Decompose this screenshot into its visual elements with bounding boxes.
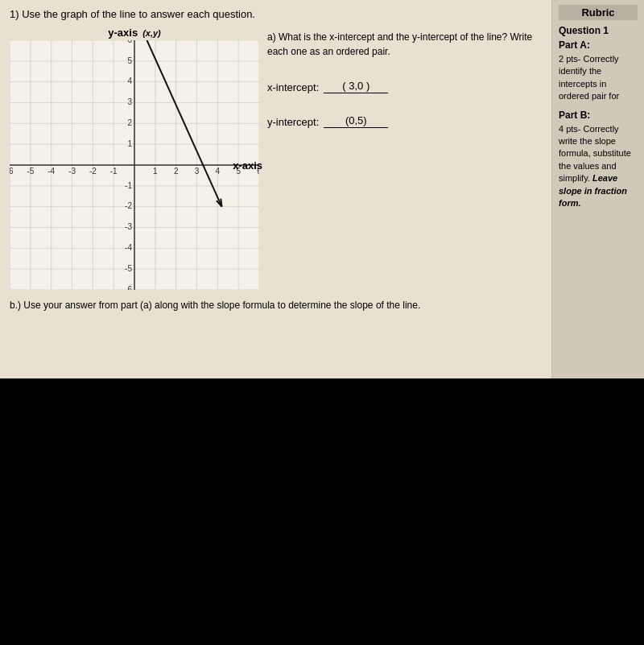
x-intercept-value: ( 3,0 ) [324, 80, 388, 93]
y-intercept-label: y-intercept: [267, 116, 319, 128]
coordinate-graph [10, 40, 259, 290]
part-b-text: b.) Use your answer from part (a) along … [10, 300, 542, 311]
question-text: Use the graph of the line to answer each… [22, 8, 255, 20]
coord-hint: (x,y) [142, 28, 161, 38]
black-bottom [0, 378, 644, 645]
rubric-part-b-text: 4 pts- Correctly write the slope formula… [559, 123, 638, 210]
rubric-sidebar: Rubric Question 1 Part A: 2 pts- Correct… [551, 0, 644, 378]
x-intercept-label: x-intercept: [267, 81, 319, 93]
question-title: 1) Use the graph of the line to answer e… [10, 8, 542, 20]
y-axis-label: y-axis [108, 27, 138, 39]
rubric-question-label: Question 1 [559, 25, 638, 36]
graph-container: y-axis (x,y) x-axis [10, 27, 259, 290]
graph-wrapper: x-axis [10, 40, 259, 290]
y-intercept-value: (0,5) [324, 114, 388, 128]
rubric-part-a-text: 2 pts- Correctly identify the intercepts… [559, 53, 638, 103]
rubric-part-b-label: Part B: [559, 110, 638, 121]
x-intercept-row: x-intercept: ( 3,0 ) [267, 80, 542, 93]
question-number: 1) [10, 8, 19, 20]
rubric-title: Rubric [559, 5, 638, 20]
rubric-part-a-label: Part A: [559, 39, 638, 51]
part-a-question: a) What is the x-intercept and the y-int… [267, 30, 542, 59]
x-axis-label: x-axis [233, 159, 262, 172]
y-intercept-row: y-intercept: (0,5) [267, 114, 542, 128]
qa-section: a) What is the x-intercept and the y-int… [267, 27, 542, 290]
